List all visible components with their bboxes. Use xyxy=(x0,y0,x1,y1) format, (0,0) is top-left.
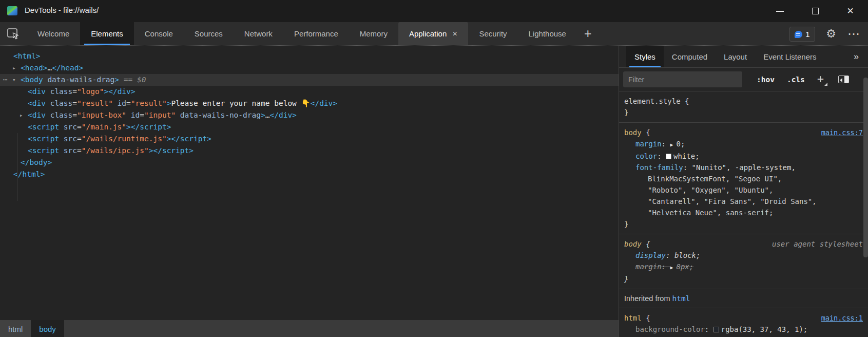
dom-tree-node[interactable]: <script src="/wails/runtime.js"></script… xyxy=(0,133,619,145)
dom-tree-node[interactable]: <script src="/wails/ipc.js"></script> xyxy=(0,145,619,157)
expand-longhand-icon[interactable]: ▶ xyxy=(670,142,676,147)
tab-label: Console xyxy=(145,29,173,38)
minimize-button[interactable] xyxy=(768,0,792,22)
rule-selector-line: element.style { xyxy=(624,96,863,107)
stylesheet-link[interactable]: main.css:7 xyxy=(821,127,863,138)
indent-guide xyxy=(17,133,17,201)
token-punct: = xyxy=(77,123,82,131)
sidebar-tab-computed[interactable]: Computed xyxy=(664,46,716,67)
dom-tree-node[interactable]: ▸<head>…</head> xyxy=(0,62,619,74)
tab-elements[interactable]: Elements xyxy=(80,22,134,45)
tab-sources[interactable]: Sources xyxy=(184,22,234,45)
inherited-target-link[interactable]: html xyxy=(672,294,690,303)
property-name[interactable]: color xyxy=(635,152,657,160)
styles-sidebar: StylesComputedLayoutEvent Listeners » :h… xyxy=(619,46,868,337)
css-property[interactable]: text-align: center; xyxy=(624,335,863,337)
token-tag: <body xyxy=(21,76,43,84)
property-name[interactable]: margin xyxy=(635,140,662,148)
token-val: "result" xyxy=(131,99,167,107)
expand-arrow-icon[interactable]: ▾ xyxy=(12,74,16,86)
tab-application[interactable]: Application✕ xyxy=(398,22,468,45)
node-menu-dots[interactable]: ⋯ xyxy=(3,74,8,86)
open-brace: { xyxy=(642,314,650,322)
expand-longhand-icon[interactable]: ▶ xyxy=(670,265,676,270)
tab-welcome[interactable]: Welcome xyxy=(27,22,80,45)
dom-tree-node[interactable]: ⋯▾<body data-wails-drag> == $0 xyxy=(0,74,619,86)
color-swatch[interactable] xyxy=(666,154,671,159)
property-name[interactable]: display xyxy=(635,251,666,259)
tab-memory[interactable]: Memory xyxy=(349,22,398,45)
sidebar-tab-event-listeners[interactable]: Event Listeners xyxy=(755,46,824,67)
more-tools-button[interactable]: + xyxy=(577,22,599,45)
settings-button[interactable]: ⚙ xyxy=(823,26,839,42)
dom-tree-node[interactable]: <script src="/main.js"></script> xyxy=(0,121,619,133)
maximize-button[interactable] xyxy=(803,0,827,22)
customize-devtools-button[interactable]: ⋯ xyxy=(845,26,863,42)
more-panels-button[interactable]: » xyxy=(844,46,868,67)
rule-selector[interactable]: html xyxy=(624,314,642,322)
dom-tree-node[interactable]: <div class="result" id="result">Please e… xyxy=(0,98,619,109)
dom-tree-node[interactable]: <div class="logo"></div> xyxy=(0,86,619,98)
token-tag: </div> xyxy=(269,111,296,119)
expand-arrow-icon[interactable]: ▸ xyxy=(12,62,16,74)
property-colon: : xyxy=(662,263,670,271)
token-punct: = xyxy=(77,135,82,143)
rule-selector[interactable]: element.style xyxy=(624,97,681,105)
css-property[interactable]: font-family: "Nunito", -apple-system, xyxy=(624,162,863,173)
chevrons-right-icon: » xyxy=(854,51,859,62)
toggle-element-state-button[interactable]: :hov xyxy=(757,76,775,84)
token-punct: = xyxy=(72,99,77,107)
token-attr: id xyxy=(113,99,126,107)
scrollbar-thumb[interactable] xyxy=(863,78,868,257)
inspect-element-button[interactable] xyxy=(0,22,27,45)
filter-input[interactable] xyxy=(623,71,742,87)
window-titlebar: DevTools - file://wails/ ✕ xyxy=(0,0,868,22)
css-property[interactable]: display: block; xyxy=(624,250,863,261)
issues-badge[interactable]: 1 xyxy=(789,27,815,42)
token-attr: src xyxy=(59,135,77,143)
close-tab-icon[interactable]: ✕ xyxy=(452,30,457,38)
token-tag: ></div> xyxy=(104,87,135,96)
rule-selector[interactable]: body xyxy=(624,128,642,137)
tab-security[interactable]: Security xyxy=(468,22,517,45)
element-classes-button[interactable]: .cls xyxy=(787,76,805,84)
token-attr: class xyxy=(46,111,72,119)
color-swatch[interactable] xyxy=(713,327,719,332)
breadcrumb-item-body[interactable]: body xyxy=(31,320,64,337)
css-property[interactable]: margin: ▶ 0; xyxy=(624,138,863,151)
tab-lighthouse[interactable]: Lighthouse xyxy=(518,22,577,45)
token-tag: <html> xyxy=(13,52,40,60)
tab-network[interactable]: Network xyxy=(234,22,283,45)
dom-tree-node[interactable]: </html> xyxy=(0,168,619,180)
toggle-computed-sidebar-button[interactable] xyxy=(838,76,849,83)
tab-performance[interactable]: Performance xyxy=(283,22,349,45)
css-property[interactable]: background-color: rgba(33, 37, 43, 1); xyxy=(624,324,863,335)
sidebar-tab-layout[interactable]: Layout xyxy=(716,46,755,67)
close-brace: } xyxy=(624,218,863,230)
property-name[interactable]: margin xyxy=(635,263,662,271)
tab-label: Welcome xyxy=(37,29,69,38)
token-val: "input" xyxy=(144,111,176,119)
css-property[interactable]: margin: ▶ 8px; xyxy=(624,261,863,273)
styles-toolbar: :hov .cls + xyxy=(619,68,868,91)
sidebar-tab-styles[interactable]: Styles xyxy=(626,46,664,67)
breadcrumb-item-html[interactable]: html xyxy=(0,320,31,337)
token-tag: <script xyxy=(28,123,59,131)
close-window-button[interactable]: ✕ xyxy=(838,0,862,22)
dom-tree: <html>▸<head>…</head>⋯▾<body data-wails-… xyxy=(0,46,619,180)
css-property[interactable]: color: white; xyxy=(624,151,863,162)
property-name[interactable]: background-color xyxy=(635,325,705,333)
css-rule: element.style {} xyxy=(619,91,868,123)
expand-arrow-icon[interactable]: ▸ xyxy=(20,109,23,121)
rule-selector[interactable]: body xyxy=(624,240,642,248)
token-tag: ></script> xyxy=(149,146,194,155)
open-brace: { xyxy=(681,97,689,105)
sidebar-pane-icon xyxy=(844,76,848,83)
property-name[interactable]: font-family xyxy=(635,163,683,172)
tab-console[interactable]: Console xyxy=(134,22,184,45)
stylesheet-link[interactable]: main.css:1 xyxy=(821,312,863,324)
dom-tree-node[interactable]: </body> xyxy=(0,157,619,168)
dom-tree-node[interactable]: <html> xyxy=(0,50,619,62)
new-style-rule-button[interactable]: + xyxy=(817,73,824,85)
dom-tree-node[interactable]: ▸<div class="input-box" id="input" data-… xyxy=(0,109,619,121)
